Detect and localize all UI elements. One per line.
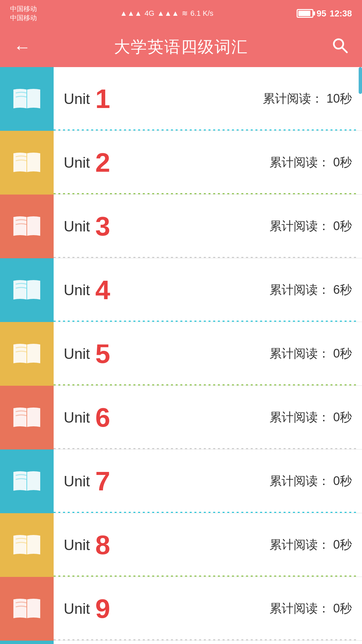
unit-label: Unit <box>64 409 90 426</box>
unit-row[interactable]: Unit 6 累计阅读： 0秒 <box>0 386 362 449</box>
reading-label: 累计阅读： <box>269 474 330 488</box>
reading-label: 累计阅读： <box>269 346 330 360</box>
unit-info: Unit 5 <box>54 340 269 367</box>
unit-info: Unit 7 <box>54 468 269 495</box>
unit-number: 4 <box>95 277 110 304</box>
battery-time: 95 12:38 <box>297 8 352 19</box>
unit-number: 3 <box>95 213 110 240</box>
battery-icon <box>297 9 313 18</box>
unit-row[interactable]: Unit 7 累计阅读： 0秒 <box>0 449 362 513</box>
row-divider <box>54 193 358 194</box>
unit-number: 9 <box>95 595 110 622</box>
carrier2: 中国移动 <box>10 13 37 22</box>
scrollbar[interactable] <box>358 67 362 644</box>
row-divider <box>54 384 358 385</box>
book-icon-area <box>0 386 54 449</box>
book-icon-area <box>0 131 54 195</box>
speed-info: 6.1 K/s <box>190 9 214 18</box>
reading-time: 累计阅读： 0秒 <box>269 218 352 234</box>
book-icon-area <box>0 449 54 513</box>
unit-number: 8 <box>95 532 110 558</box>
unit-info: Unit 8 <box>54 532 269 558</box>
network-type: 4G <box>144 9 154 18</box>
book-icon-area <box>0 322 54 386</box>
reading-label: 累计阅读： <box>269 538 330 551</box>
unit-row[interactable]: Unit 8 累计阅读： 0秒 <box>0 513 362 577</box>
unit-number: 1 <box>95 86 110 112</box>
unit-label: Unit <box>64 91 90 107</box>
row-divider <box>54 448 358 449</box>
unit-info: Unit 2 <box>54 149 269 176</box>
reading-value: 10秒 <box>326 92 352 105</box>
unit-number: 5 <box>95 340 110 367</box>
unit-list: Unit 1 累计阅读： 10秒 Unit 2 累计阅读： <box>0 67 362 644</box>
reading-time: 累计阅读： 0秒 <box>269 345 352 362</box>
unit-row[interactable]: Unit 5 累计阅读： 0秒 <box>0 322 362 386</box>
reading-label: 累计阅读： <box>269 219 330 233</box>
reading-value: 0秒 <box>333 601 352 615</box>
book-icon-area <box>0 641 54 644</box>
unit-label: Unit <box>64 473 90 490</box>
unit-label: Unit <box>64 154 90 171</box>
unit-row[interactable]: Unit 9 累计阅读： 0秒 <box>0 577 362 641</box>
signal-icon: ▲▲▲ <box>120 9 142 18</box>
reading-time: 累计阅读： 0秒 <box>269 537 352 553</box>
unit-info: Unit 4 <box>54 277 269 304</box>
carrier1: 中国移动 <box>10 4 37 13</box>
unit-number: 7 <box>95 468 110 495</box>
reading-label: 累计阅读： <box>269 601 330 615</box>
unit-number: 6 <box>95 404 110 431</box>
reading-time: 累计阅读： 6秒 <box>269 282 352 298</box>
reading-value: 6秒 <box>333 283 352 297</box>
reading-time: 累计阅读： 10秒 <box>263 91 352 107</box>
search-button[interactable] <box>331 37 349 58</box>
unit-info: Unit 1 <box>54 86 263 112</box>
reading-value: 0秒 <box>333 410 352 424</box>
reading-label: 累计阅读： <box>263 92 323 105</box>
unit-row[interactable]: Unit 3 累计阅读： 0秒 <box>0 195 362 258</box>
unit-row[interactable]: Unit 2 累计阅读： 0秒 <box>0 131 362 195</box>
unit-label: Unit <box>64 282 90 299</box>
book-icon-area <box>0 195 54 258</box>
unit-label: Unit <box>64 537 90 553</box>
row-divider <box>54 576 358 577</box>
carrier-info: 中国移动 中国移动 <box>10 4 37 22</box>
reading-time: 累计阅读： 0秒 <box>269 409 352 426</box>
reading-label: 累计阅读： <box>269 155 330 169</box>
network-info: ▲▲▲ 4G ▲▲▲ ≋ 6.1 K/s <box>120 9 214 18</box>
reading-time: 累计阅读： 0秒 <box>269 473 352 489</box>
page-title: 大学英语四级词汇 <box>114 36 248 58</box>
unit-info: Unit 6 <box>54 404 269 431</box>
unit-row[interactable]: Unit 1 累计阅读： 10秒 <box>0 67 362 131</box>
row-divider <box>54 257 358 258</box>
unit-info: Unit 9 <box>54 595 269 622</box>
unit-info: Unit 3 <box>54 213 269 240</box>
unit-row[interactable]: Unit 10 累计阅读： 0秒 <box>0 641 362 644</box>
row-divider <box>54 129 358 130</box>
scrollbar-thumb[interactable] <box>359 67 362 94</box>
svg-line-1 <box>342 47 347 52</box>
unit-label: Unit <box>64 345 90 362</box>
time-display: 12:38 <box>329 8 352 19</box>
battery-percent: 95 <box>317 8 326 19</box>
unit-label: Unit <box>64 600 90 617</box>
unit-number: 2 <box>95 149 110 176</box>
row-divider <box>54 639 358 640</box>
row-divider <box>54 321 358 322</box>
reading-value: 0秒 <box>333 346 352 360</box>
status-bar: 中国移动 中国移动 ▲▲▲ 4G ▲▲▲ ≋ 6.1 K/s 95 12:38 <box>0 0 362 27</box>
reading-value: 0秒 <box>333 474 352 488</box>
back-button[interactable]: ← <box>13 37 31 57</box>
reading-time: 累计阅读： 0秒 <box>269 154 352 171</box>
reading-value: 0秒 <box>333 155 352 169</box>
signal-icon2: ▲▲▲ <box>157 9 179 18</box>
wifi-icon: ≋ <box>182 9 188 18</box>
row-divider <box>54 512 358 513</box>
unit-row[interactable]: Unit 4 累计阅读： 6秒 <box>0 258 362 322</box>
unit-label: Unit <box>64 218 90 235</box>
book-icon-area <box>0 577 54 641</box>
book-icon-area <box>0 67 54 131</box>
app-header: ← 大学英语四级词汇 <box>0 27 362 67</box>
book-icon-area <box>0 258 54 322</box>
reading-label: 累计阅读： <box>269 283 330 297</box>
